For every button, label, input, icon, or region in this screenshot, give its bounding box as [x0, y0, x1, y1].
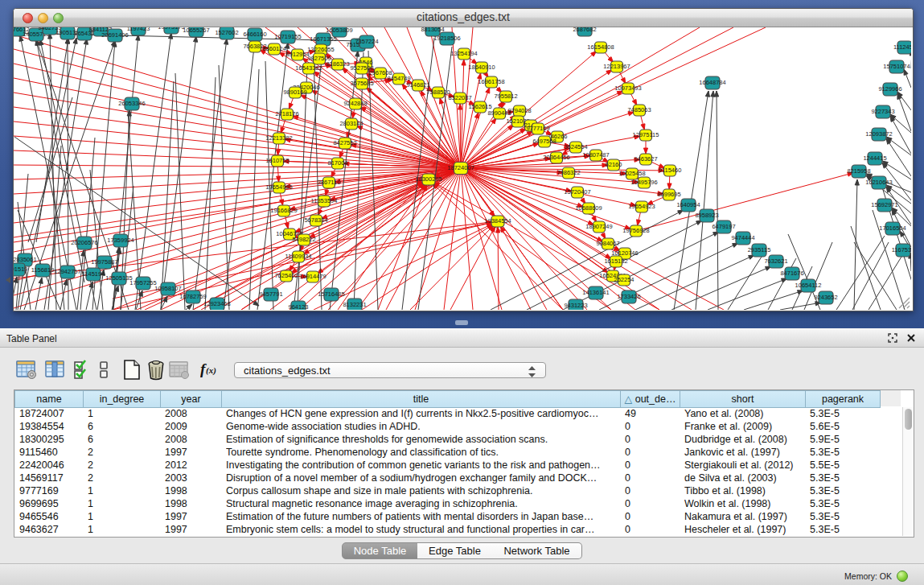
svg-text:964123: 964123 — [288, 303, 308, 310]
svg-text:1167533: 1167533 — [892, 246, 911, 253]
svg-text:9129966: 9129966 — [878, 85, 901, 93]
svg-text:16782759: 16782759 — [179, 293, 206, 300]
svg-text:17016504: 17016504 — [879, 225, 906, 232]
svg-text:12505135: 12505135 — [105, 274, 132, 282]
svg-text:9243652: 9243652 — [814, 294, 837, 301]
svg-text:12975115: 12975115 — [633, 131, 659, 138]
svg-text:(x): (x) — [206, 365, 216, 376]
svg-text:12213382: 12213382 — [265, 134, 292, 142]
svg-text:16495796: 16495796 — [630, 179, 657, 186]
svg-text:15692971: 15692971 — [871, 201, 897, 208]
svg-text:11409934: 11409934 — [285, 253, 312, 260]
svg-text:16961758: 16961758 — [478, 78, 504, 85]
svg-text:1733426: 1733426 — [617, 293, 640, 300]
svg-text:1145194: 1145194 — [82, 270, 105, 278]
svg-text:6479197: 6479197 — [712, 223, 735, 230]
svg-text:6466160: 6466160 — [243, 31, 266, 38]
svg-text:8427552: 8427552 — [333, 139, 356, 146]
svg-text:8215958: 8215958 — [847, 167, 870, 175]
svg-text:252254: 252254 — [614, 276, 634, 283]
svg-text:8860124: 8860124 — [262, 45, 285, 52]
svg-text:1640954: 1640954 — [676, 201, 700, 208]
svg-text:10973493: 10973493 — [614, 84, 641, 92]
svg-text:20206576: 20206576 — [71, 239, 97, 246]
svg-text:7625402: 7625402 — [274, 272, 298, 279]
svg-text:9890169: 9890169 — [283, 89, 306, 96]
svg-text:7588520: 7588520 — [426, 89, 450, 96]
svg-text:17359924: 17359924 — [107, 237, 133, 244]
svg-text:62160: 62160 — [606, 161, 622, 168]
svg-text:9457791: 9457791 — [259, 290, 282, 298]
svg-text:1197423: 1197423 — [127, 27, 150, 32]
svg-text:16648784: 16648784 — [699, 79, 725, 86]
svg-text:15720407: 15720407 — [564, 188, 590, 196]
svg-text:8699695: 8699695 — [657, 191, 680, 198]
svg-text:9474444: 9474444 — [731, 234, 754, 241]
svg-text:19654985: 19654985 — [265, 183, 292, 191]
svg-text:8186323: 8186323 — [326, 60, 349, 68]
svg-text:7357224: 7357224 — [355, 38, 378, 45]
svg-text:9431223: 9431223 — [564, 302, 587, 309]
svg-text:16210643: 16210643 — [865, 179, 892, 186]
svg-text:2835061: 2835061 — [14, 256, 37, 263]
svg-text:3675685: 3675685 — [350, 80, 373, 87]
svg-text:11353594: 11353594 — [311, 197, 338, 204]
svg-text:1615132: 1615132 — [604, 257, 627, 265]
svg-text:19218506: 19218506 — [433, 35, 460, 42]
svg-text:1112453: 1112453 — [893, 43, 911, 51]
svg-text:10807487: 10807487 — [582, 151, 609, 159]
svg-text:8912954: 8912954 — [285, 51, 309, 58]
svg-text:8958923: 8958923 — [695, 212, 718, 219]
svg-text:18640910: 18640910 — [468, 64, 495, 71]
svg-text:7485063: 7485063 — [627, 106, 651, 113]
svg-text:16053809: 16053809 — [326, 27, 352, 34]
svg-text:391519: 391519 — [14, 266, 28, 273]
svg-text:19654923: 19654923 — [628, 203, 655, 210]
svg-text:1610755: 1610755 — [265, 157, 289, 164]
svg-text:16914479: 16914479 — [299, 273, 326, 280]
svg-text:16154808: 16154808 — [587, 43, 614, 51]
svg-text:12093872: 12093872 — [865, 130, 892, 138]
svg-text:3624554: 3624554 — [564, 143, 587, 150]
svg-text:9084067: 9084067 — [596, 240, 619, 247]
svg-text:10958107: 10958107 — [154, 285, 181, 292]
svg-text:18724007: 18724007 — [447, 164, 474, 171]
svg-text:15751074: 15751074 — [883, 63, 910, 70]
svg-text:13254194: 13254194 — [450, 50, 477, 57]
svg-text:817004: 817004 — [327, 159, 347, 167]
svg-text:10025458: 10025458 — [618, 170, 645, 177]
svg-text:9146821: 9146821 — [406, 81, 429, 89]
svg-text:2718176: 2718176 — [275, 110, 298, 117]
svg-text:7955812: 7955812 — [494, 93, 517, 100]
svg-text:19166829: 19166829 — [270, 207, 297, 214]
svg-text:9463627: 9463627 — [634, 155, 657, 163]
svg-text:12942757: 12942757 — [54, 268, 80, 275]
svg-text:8132231: 8132231 — [343, 301, 366, 308]
svg-text:9794028: 9794028 — [507, 107, 531, 114]
svg-text:10719155: 10719155 — [274, 33, 301, 40]
svg-text:26053346: 26053346 — [118, 100, 145, 107]
svg-text:18907249: 18907249 — [585, 223, 612, 230]
svg-text:14136141: 14136141 — [582, 289, 609, 296]
svg-text:5498222: 5498222 — [292, 236, 315, 243]
svg-text:10688609: 10688609 — [575, 204, 602, 212]
svg-text:8813054: 8813054 — [421, 27, 444, 33]
svg-text:9777169: 9777169 — [526, 125, 549, 132]
svg-text:19973173: 19973173 — [158, 27, 184, 31]
svg-text:13226055: 13226055 — [307, 46, 334, 53]
svg-text:20691406: 20691406 — [101, 31, 128, 39]
svg-text:19756928: 19756928 — [622, 227, 649, 234]
svg-text:1527602: 1527602 — [215, 29, 238, 36]
svg-text:16671355: 16671355 — [310, 35, 336, 43]
svg-text:1244415: 1244415 — [863, 154, 886, 162]
svg-text:8471676: 8471676 — [780, 270, 803, 277]
svg-text:2935115: 2935115 — [748, 246, 771, 253]
svg-text:19975887: 19975887 — [91, 258, 117, 266]
svg-text:6497568: 6497568 — [532, 138, 556, 145]
svg-text:2687682: 2687682 — [573, 27, 596, 33]
svg-text:3867110: 3867110 — [318, 179, 341, 186]
svg-text:9242848: 9242848 — [343, 100, 367, 107]
svg-text:17957255: 17957255 — [129, 279, 156, 286]
svg-text:7986322: 7986322 — [556, 169, 580, 176]
svg-text:12213967: 12213967 — [603, 63, 630, 70]
